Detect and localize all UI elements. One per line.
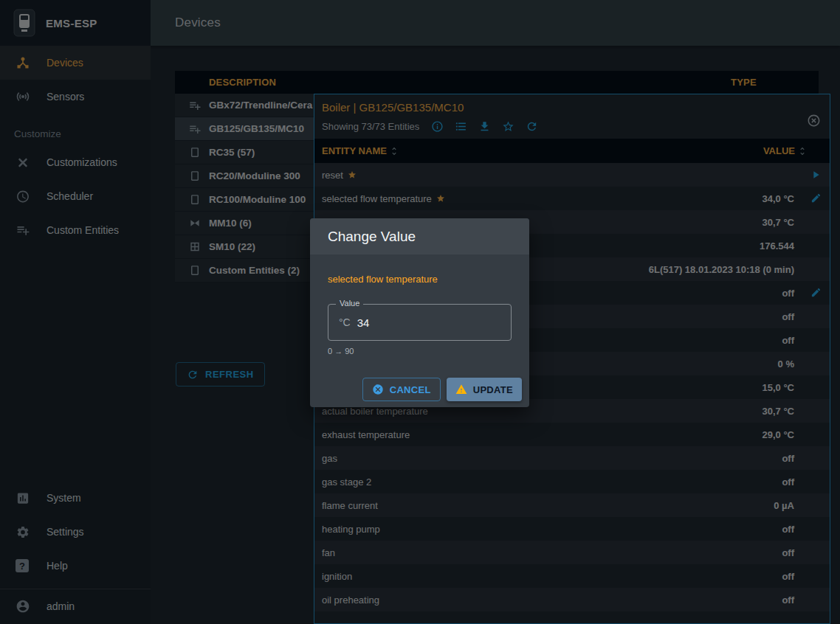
cancel-circle-icon: [372, 384, 384, 395]
dialog-title: Change Value: [310, 218, 529, 254]
change-value-dialog: Change Value selected flow temperature V…: [310, 218, 529, 407]
dialog-entity-label: selected flow temperature: [328, 274, 512, 285]
warning-triangle-icon: [455, 384, 467, 395]
unit-label: °C: [339, 316, 351, 328]
value-input[interactable]: [357, 316, 500, 329]
cancel-button-label: CANCEL: [390, 384, 431, 395]
dialog-actions: CANCEL UPDATE: [310, 356, 529, 407]
cancel-button[interactable]: CANCEL: [362, 378, 441, 401]
value-field-label: Value: [336, 299, 363, 308]
value-range-helper: 0 → 90: [328, 347, 512, 356]
update-button[interactable]: UPDATE: [447, 378, 522, 401]
value-field[interactable]: Value °C: [328, 304, 512, 341]
update-button-label: UPDATE: [473, 384, 513, 395]
